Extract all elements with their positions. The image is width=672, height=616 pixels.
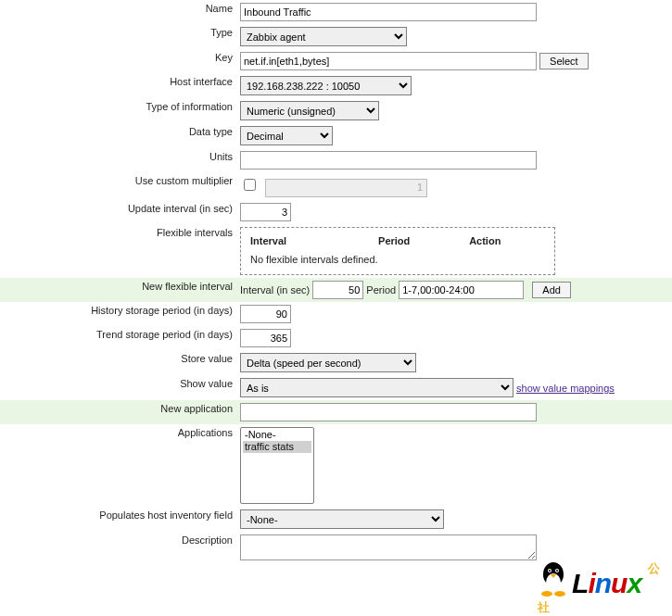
label-key: Key: [0, 49, 236, 73]
flex-none-row: No flexible intervals defined.: [250, 254, 545, 265]
units-input[interactable]: [240, 151, 537, 170]
label-type: Type: [0, 24, 236, 49]
label-trend: Trend storage period (in days): [0, 326, 236, 350]
pop-host-inv-select[interactable]: -None-: [240, 509, 444, 529]
type-select[interactable]: Zabbix agent: [240, 27, 407, 46]
label-custom-mult: Use custom multiplier: [0, 172, 236, 200]
history-input[interactable]: [240, 305, 291, 323]
newflex-period-input[interactable]: [399, 281, 524, 299]
newflex-period-label: Period: [366, 284, 396, 295]
data-type-select[interactable]: Decimal: [240, 126, 333, 145]
description-input[interactable]: [240, 534, 537, 560]
store-value-select[interactable]: Delta (speed per second): [240, 353, 416, 372]
label-name: Name: [0, 0, 236, 24]
flex-hdr-action: Action: [469, 235, 501, 246]
show-value-mappings-link[interactable]: show value mappings: [516, 383, 615, 394]
label-data-type: Data type: [0, 123, 236, 148]
flex-hdr-period: Period: [378, 235, 466, 246]
app-option-traffic[interactable]: traffic stats: [243, 441, 311, 453]
flex-intervals-box: Interval Period Action No flexible inter…: [240, 227, 555, 275]
label-type-of-info: Type of information: [0, 98, 236, 123]
label-store-value: Store value: [0, 350, 236, 375]
trend-input[interactable]: [240, 329, 291, 347]
type-of-info-select[interactable]: Numeric (unsigned): [240, 101, 379, 120]
custom-mult-checkbox[interactable]: [244, 179, 256, 191]
add-flex-button[interactable]: [532, 282, 571, 298]
host-interface-select[interactable]: 192.168.238.222 : 10050: [240, 76, 412, 95]
applications-select[interactable]: -None- traffic stats: [240, 427, 314, 504]
update-interval-input[interactable]: [240, 203, 291, 221]
item-form: Name Type Zabbix agent Key Host interfac…: [0, 0, 672, 565]
flex-hdr-interval: Interval: [250, 235, 375, 246]
new-app-input[interactable]: [240, 403, 537, 421]
label-description: Description: [0, 532, 236, 565]
label-new-app: New application: [0, 400, 236, 424]
label-units: Units: [0, 148, 236, 172]
newflex-interval-label: Interval (in sec): [240, 284, 310, 295]
show-value-select[interactable]: As is: [240, 378, 514, 397]
label-pop-host-inv: Populates host inventory field: [0, 507, 236, 532]
label-host-interface: Host interface: [0, 73, 236, 98]
label-show-value: Show value: [0, 375, 236, 400]
newflex-interval-input[interactable]: [312, 281, 363, 299]
select-key-button[interactable]: [539, 53, 589, 69]
key-input[interactable]: [240, 52, 537, 70]
name-input[interactable]: [240, 3, 537, 21]
label-history: History storage period (in days): [0, 302, 236, 326]
app-option-none[interactable]: -None-: [243, 429, 311, 441]
label-flex-intervals: Flexible intervals: [0, 224, 236, 278]
custom-mult-value: 1: [265, 179, 427, 197]
label-applications: Applications: [0, 424, 236, 507]
label-new-flex: New flexible interval: [0, 278, 236, 302]
label-update-interval: Update interval (in sec): [0, 200, 236, 224]
